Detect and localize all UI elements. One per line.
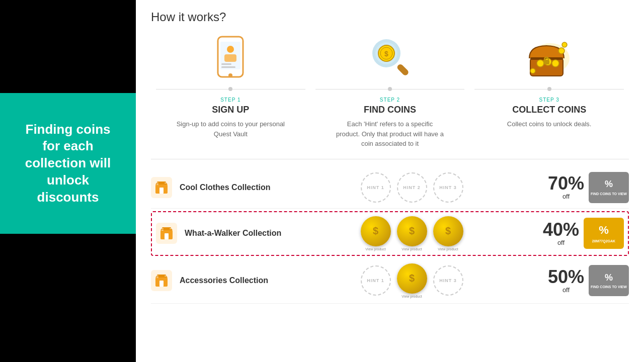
svg-rect-32 [162, 230, 164, 231]
svg-rect-36 [156, 276, 158, 277]
collections-section: Cool Clothes Collection HINT 1 HINT 2 HI… [151, 167, 629, 304]
store-icon-2 [159, 226, 174, 240]
svg-rect-28 [165, 183, 167, 184]
svg-rect-35 [159, 281, 164, 287]
sidebar-banner-text: Finding coins for each collection will u… [15, 121, 121, 206]
svg-point-2 [227, 46, 234, 53]
step-1-title: SIGN UP [212, 105, 249, 115]
svg-rect-7 [396, 63, 410, 76]
step-2-icon: $ [365, 32, 415, 82]
coin-hint-3-2: $ [397, 263, 427, 294]
svg-point-17 [537, 60, 544, 67]
svg-point-6 [228, 73, 232, 77]
collection-row-1: Cool Clothes Collection HINT 1 HINT 2 HI… [151, 167, 629, 209]
svg-point-19 [552, 60, 559, 67]
svg-rect-4 [221, 63, 231, 65]
collection-1-off: off [543, 193, 589, 200]
collection-row-3: Accessories Collection HINT 1 $ View pro… [151, 258, 629, 304]
coin-hint-2-1: $ [361, 216, 391, 246]
how-it-works-title: How it works? [151, 10, 629, 24]
percent-icon-2: % [599, 223, 609, 238]
step-3-title: COLLECT COINS [512, 105, 586, 115]
percent-icon-3: % [605, 272, 613, 284]
svg-rect-23 [543, 60, 549, 64]
collection-2-name: What-a-Walker Collection [185, 229, 285, 238]
svg-rect-37 [156, 277, 158, 278]
collection-2-icon [156, 223, 177, 244]
collection-1-pct: 70% [543, 174, 589, 193]
collection-2-pct: 40% [538, 221, 584, 239]
step-3: STEP 3 COLLECT COINS Collect coins to un… [469, 32, 629, 149]
search-coin-icon: $ [367, 34, 413, 79]
sidebar-banner: Finding coins for each collection will u… [0, 93, 136, 234]
svg-point-22 [530, 68, 535, 73]
svg-text:$: $ [384, 50, 388, 58]
step-3-label: STEP 3 [539, 97, 559, 103]
svg-rect-33 [170, 228, 172, 229]
view-product-3-2: View product [401, 295, 422, 298]
coin-2-2: $ View product [397, 216, 427, 251]
svg-rect-25 [159, 188, 164, 194]
percent-icon-1: % [605, 178, 613, 190]
step-1-desc: Sign-up to add coins to your personal Qu… [175, 119, 286, 139]
step-1-label: STEP 1 [220, 97, 240, 103]
treasure-icon [525, 36, 573, 78]
svg-rect-27 [156, 184, 158, 185]
coin-3-2: $ View product [397, 263, 427, 298]
main-content: How it works? [136, 0, 644, 362]
hint-3-3: HINT 3 [433, 265, 463, 296]
collection-3-hints: HINT 1 $ View product HINT 3 [280, 263, 543, 298]
collection-2-button[interactable]: % 28M77Q2GAK [584, 218, 624, 249]
collection-row-2: What-a-Walker Collection $ View product … [151, 211, 629, 256]
view-product-2-2: View product [401, 247, 422, 251]
coin-2-1: $ View product [361, 216, 391, 251]
step-3-desc: Collect coins to unlock deals. [507, 119, 592, 129]
find-coins-label-1: FIND COINS TO VIEW [591, 192, 627, 196]
step-1: STEP 1 SIGN UP Sign-up to add coins to y… [151, 32, 310, 149]
collection-2-discount: 40% off [538, 221, 584, 246]
step-3-icon [524, 32, 575, 82]
collection-2-hints: $ View product $ View product $ View [285, 216, 538, 251]
view-product-2-3: View product [438, 247, 458, 251]
phone-icon [210, 34, 251, 79]
collection-1-discount: 70% off [543, 174, 589, 200]
store-icon-3 [154, 274, 169, 288]
coin-hint-2-2: $ [397, 216, 427, 246]
find-coins-label-3: FIND COINS TO VIEW [591, 285, 627, 289]
collection-2-off: off [538, 239, 584, 246]
step-2-title: FIND COINS [364, 105, 416, 115]
collection-3-discount: 50% off [543, 268, 589, 294]
collection-3-name: Accessories Collection [180, 276, 280, 285]
collection-3-button[interactable]: % FIND COINS TO VIEW [589, 265, 629, 296]
steps-section: STEP 1 SIGN UP Sign-up to add coins to y… [151, 32, 629, 159]
hint-1-1: HINT 1 [361, 172, 391, 203]
svg-point-20 [558, 48, 565, 54]
sidebar: Finding coins for each collection will u… [0, 0, 136, 362]
step-2: $ STEP 2 FIND COINS Each 'Hint' refers t… [310, 32, 470, 149]
svg-rect-3 [224, 54, 236, 62]
store-icon-1 [154, 180, 169, 195]
view-product-2-1: View product [365, 247, 385, 251]
collection-3-off: off [543, 286, 589, 294]
collection-1-hints: HINT 1 HINT 2 HINT 3 [280, 172, 543, 203]
collection-3-icon [151, 270, 172, 291]
hint-3-1: HINT 1 [361, 265, 391, 296]
svg-rect-38 [165, 276, 167, 277]
collection-3-pct: 50% [543, 268, 589, 286]
coin-hint-2-3: $ [433, 216, 463, 246]
collection-2-code: 28M77Q2GAK [592, 239, 615, 243]
collection-1-button[interactable]: % FIND COINS TO VIEW [589, 172, 629, 203]
svg-rect-5 [221, 66, 235, 68]
step-2-desc: Each 'Hint' refers to a specific product… [335, 119, 445, 149]
svg-point-21 [562, 42, 567, 47]
hint-1-2: HINT 2 [397, 172, 427, 203]
collection-1-name: Cool Clothes Collection [180, 183, 280, 192]
svg-rect-30 [165, 233, 169, 239]
collection-1-icon [151, 177, 172, 198]
svg-rect-26 [156, 183, 158, 184]
hint-1-3: HINT 3 [433, 172, 463, 203]
step-2-label: STEP 2 [380, 97, 400, 103]
coin-2-3: $ View product [433, 216, 463, 251]
step-1-icon [205, 32, 256, 82]
sidebar-top [0, 0, 136, 93]
